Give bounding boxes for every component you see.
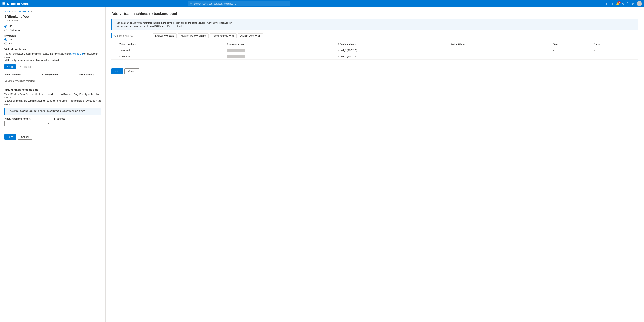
vm-table-head: Virtual machine ↑↓ Resource group ↑↓ IP … — [112, 41, 638, 47]
save-button[interactable]: Save — [4, 134, 16, 140]
remove-vm-button[interactable]: ✕ Remove — [17, 64, 34, 69]
breadcrumb-sep2: > — [30, 10, 32, 13]
add-vm-button[interactable]: + Add — [4, 64, 16, 69]
right-info-icon: ℹ — [114, 21, 116, 25]
vm-rg-cell — [225, 53, 335, 60]
right-panel: Add virtual machines to backend pool ℹ Y… — [106, 7, 644, 322]
ipv6-radio-item[interactable]: IPv6 — [4, 42, 101, 45]
ip-version-section: IP Version IPv4 IPv6 — [4, 34, 101, 45]
filter-location-value: eastus — [167, 34, 174, 37]
portal-icon[interactable]: ⊞ — [606, 2, 608, 5]
ipv4-label: IPv4 — [8, 38, 13, 41]
filter-name-input[interactable] — [117, 34, 150, 37]
vm-notes-cell: - — [592, 53, 638, 60]
vmss-info-banner: ℹ No virtual machine scale set is found … — [4, 108, 101, 115]
vm-name-cell: sr-server2 — [118, 53, 225, 60]
filter-avset-value: all — [258, 34, 260, 37]
sku-link[interactable]: SKU public IP — [70, 52, 84, 55]
vmss-description: Virtual Machine Scale Sets must be in sa… — [4, 93, 101, 106]
vmss-section: Virtual machine scale sets Virtual Machi… — [4, 88, 101, 128]
ipv6-label: IPv6 — [8, 42, 13, 45]
row-checkbox-cell[interactable] — [112, 47, 118, 53]
filter-search-box[interactable]: 🔍 — [112, 33, 152, 38]
vm-selection-table: Virtual machine ↑↓ Resource group ↑↓ IP … — [112, 41, 638, 60]
row-checkbox-cell[interactable] — [112, 53, 118, 60]
availability-set-col-header: Availability set ↑ — [77, 73, 101, 76]
feedback-icon[interactable]: ☺ — [631, 2, 634, 5]
ip-address-radio-label: IP Address — [8, 29, 20, 31]
top-navigation: ☰ Microsoft Azure 🔍 ⊞ ⬆ 🔔 6 ⚙ ? ☺ — [0, 0, 644, 7]
ipv4-radio[interactable] — [4, 38, 7, 41]
hamburger-menu-icon[interactable]: ☰ — [2, 2, 5, 6]
info-icon: ℹ — [8, 110, 8, 113]
breadcrumb-sep1: > — [11, 10, 12, 13]
settings-icon[interactable]: ⚙ — [622, 2, 624, 5]
nic-radio-item[interactable]: NIC — [4, 25, 101, 28]
vm-table-header-row: Virtual machine ↑↓ Resource group ↑↓ IP … — [112, 41, 638, 47]
vm-col-header: Virtual machine ↑↓ — [4, 73, 41, 76]
ip-address-radio-item[interactable]: IP Address — [4, 29, 101, 31]
help-icon[interactable]: ? — [627, 2, 629, 5]
vmss-scale-set-label: Virtual machine scale set — [4, 117, 51, 120]
more-options-icon[interactable]: ··· — [32, 16, 34, 18]
vm-section: Virtual machines You can only attach vir… — [4, 48, 101, 84]
filter-vnet[interactable]: Virtual network == SRVnet — [178, 33, 208, 38]
vm-tags-cell: - — [551, 47, 592, 53]
filter-location-label: Location == — [155, 34, 167, 37]
select-all-checkbox[interactable] — [113, 42, 116, 45]
vm-checkbox-0[interactable] — [113, 49, 116, 51]
ipv6-radio[interactable] — [4, 42, 7, 45]
nic-radio-label: NIC — [8, 25, 12, 28]
breadcrumb-parent[interactable]: SRLoadBalance — [14, 10, 30, 13]
vmss-ip-field: IP address — [54, 117, 101, 126]
right-add-button[interactable]: Add — [112, 68, 123, 74]
search-input[interactable] — [194, 2, 288, 5]
vmss-ip-input[interactable] — [54, 121, 101, 126]
breadcrumb-home[interactable]: Home — [4, 10, 10, 13]
filter-resource-group[interactable]: Resource group == all — [210, 33, 236, 38]
vm-action-buttons: + Add ✕ Remove — [4, 64, 101, 69]
left-panel: Home > SRLoadBalance > SRBackendPool ···… — [0, 7, 106, 322]
vm-table-body: sr-server1 ipconfig1 (10.7.1.5) - - - sr… — [112, 47, 638, 60]
vmss-info-text: No virtual machine scale set is found in… — [10, 110, 85, 112]
vm-checkbox-1[interactable] — [113, 55, 116, 57]
right-panel-title: Add virtual machines to backend pool — [112, 12, 638, 16]
vmss-scale-set-select[interactable] — [4, 121, 51, 126]
ip-config-col-header: IP Configuration ↑↓ — [41, 73, 77, 76]
table-row: sr-server1 ipconfig1 (10.7.1.5) - - - — [112, 47, 638, 53]
right-info-banner: ℹ You can only attach virtual machines t… — [112, 19, 638, 30]
col-availability-set[interactable]: Availability set ↑↓ — [449, 41, 552, 47]
backend-type-group: NIC IP Address — [4, 25, 101, 31]
ip-address-radio[interactable] — [4, 29, 7, 31]
vm-avset-cell: - — [449, 47, 552, 53]
col-tags: Tags — [551, 41, 592, 47]
ip-version-label: IP Version — [4, 34, 101, 37]
global-search-bar[interactable]: 🔍 — [188, 1, 290, 6]
col-ip-configuration[interactable]: IP Configuration ↑↓ — [335, 41, 448, 47]
col-resource-group[interactable]: Resource group ↑↓ — [225, 41, 335, 47]
filter-avset-label: Availability set == — [240, 34, 258, 37]
filter-vnet-label: Virtual network == — [180, 34, 198, 37]
col-virtual-machine[interactable]: Virtual machine ↑↓ — [118, 41, 225, 47]
filter-vnet-value: SRVnet — [198, 34, 206, 37]
ipv4-radio-item[interactable]: IPv4 — [4, 38, 101, 41]
vm-section-title: Virtual machines — [4, 48, 101, 51]
col-notes: Notes — [592, 41, 638, 47]
notification-badge: 6 — [618, 1, 620, 4]
select-all-col — [112, 41, 118, 47]
notifications-icon[interactable]: 🔔 6 — [616, 2, 620, 5]
vm-ip-cell: ipconfig1 (10.7.1.6) — [335, 53, 448, 60]
bottom-buttons: Save Cancel — [4, 132, 101, 140]
vm-rg-cell — [225, 47, 335, 53]
filter-availability-set[interactable]: Availability set == all — [238, 33, 263, 38]
nav-icons-group: ⊞ ⬆ 🔔 6 ⚙ ? ☺ — [606, 1, 642, 6]
cancel-button[interactable]: Cancel — [18, 134, 32, 140]
panel-title: SRBackendPool — [4, 15, 30, 19]
avatar[interactable] — [637, 1, 642, 6]
right-cancel-button[interactable]: Cancel — [124, 68, 139, 74]
nic-radio[interactable] — [4, 25, 7, 28]
filter-search-icon: 🔍 — [114, 34, 116, 37]
brand-logo: Microsoft Azure — [7, 2, 28, 5]
filter-location[interactable]: Location == eastus — [153, 33, 176, 38]
cloud-upload-icon[interactable]: ⬆ — [611, 2, 613, 5]
